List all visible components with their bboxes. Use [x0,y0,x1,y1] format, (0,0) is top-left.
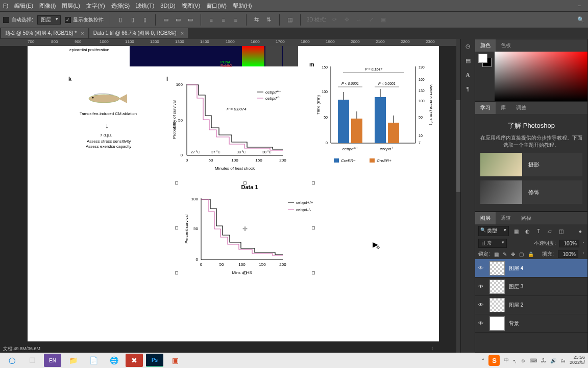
emoji-icon[interactable]: ☺ [521,358,526,363]
distribute-h-icon[interactable]: ≡ [207,16,215,24]
battery-icon[interactable]: 🗂 [560,358,566,363]
auto-select-checkbox[interactable]: 自动选择: [3,16,33,24]
canvas-area[interactable]: 700 800 900 1000 1100 1200 1300 1400 150… [0,39,460,353]
opacity-chevron-icon[interactable]: ˅ [582,241,584,246]
menu-edit[interactable]: 编辑(E) [14,2,33,10]
layer-row[interactable]: 👁 图层 4 [475,259,587,278]
align-left-icon[interactable]: ▯ [116,16,125,24]
collapsed-paragraph-icon[interactable]: ¶ [461,82,475,96]
layer-row[interactable]: 👁 图层 2 [475,296,587,314]
lock-position-icon[interactable]: ✥ [511,251,515,257]
menu-3d[interactable]: 3D(D) [160,3,175,9]
menu-layer[interactable]: 图层(L) [62,2,80,10]
visibility-icon[interactable]: 👁 [478,302,485,308]
close-tab-icon[interactable]: × [181,30,184,36]
adjustments-tab[interactable]: 调整 [511,102,531,114]
doc-tab-1[interactable]: 题-2 @ 50% (图层 4, RGB/16) * × [1,28,88,38]
layer-row[interactable]: 👁 图层 3 [475,278,587,296]
vscroll-track[interactable] [456,39,460,353]
lock-transparency-icon[interactable]: ▦ [494,251,499,257]
filter-smart-icon[interactable]: ◫ [557,227,565,235]
sogou-ime-icon[interactable]: S [488,355,500,366]
task-view-icon[interactable]: ☐ [23,354,41,367]
libraries-tab[interactable]: 库 [496,102,511,114]
keyboard-icon[interactable]: ⌨ [530,358,537,363]
filter-toggle-icon[interactable]: ● [576,227,584,235]
swatches-tab[interactable]: 色板 [496,39,516,52]
doc-tab-2[interactable]: Data 1.tif @ 66.7% (图层 0, RGB/8#) × [89,28,188,38]
channels-tab[interactable]: 通道 [496,212,516,224]
transform-handle[interactable] [175,271,178,274]
menu-type[interactable]: 文字(Y) [86,2,105,10]
close-tab-icon[interactable]: × [81,30,84,36]
distribute-3-icon[interactable]: ≡ [232,16,240,24]
distribute-v-icon[interactable]: ≡ [219,16,228,24]
filter-shape-icon[interactable]: ▱ [546,227,554,235]
align-bottom-icon[interactable]: ▭ [186,16,194,24]
menu-help[interactable]: 帮助(H) [233,2,252,10]
lock-artboard-icon[interactable]: ▢ [519,251,524,257]
filter-kind-dropdown[interactable]: 类型 [478,226,509,236]
network-icon[interactable]: 🖧 [541,358,546,363]
distribute-spacing-v-icon[interactable]: ⇅ [265,16,273,24]
powerpoint-icon[interactable]: ▣ [166,354,184,367]
app-x-icon[interactable]: ✖ [126,354,143,367]
document-canvas[interactable]: epicardial proliferation PCNA Raldh2 k T… [28,46,439,341]
vscroll-thumb[interactable] [456,100,460,192]
search-icon[interactable]: 🔍 [577,16,585,24]
learn-tab[interactable]: 学习 [475,102,496,114]
tray-chevron-icon[interactable]: ˄ [482,358,484,363]
collapsed-char-icon[interactable]: A [461,67,475,82]
menu-file[interactable]: F) [3,3,8,9]
file-explorer-icon[interactable]: 📁 [64,354,82,367]
layer-row[interactable]: 👁 背景 [475,314,587,333]
filter-adjust-icon[interactable]: ◐ [523,227,531,235]
acrobat-icon[interactable]: 📄 [85,354,102,367]
align-right-icon[interactable]: ▯ [141,16,149,24]
ime-chinese-icon[interactable]: 中 [504,357,509,364]
fill-chevron-icon[interactable]: ˅ [582,252,584,257]
status-chevron-icon[interactable]: 〉 [431,346,436,352]
filter-pixel-icon[interactable]: ▦ [512,227,520,235]
blend-mode-dropdown[interactable]: 正常 [478,239,507,248]
auto-select-target-dropdown[interactable]: 图层 [37,15,61,25]
ime-mode-icon[interactable]: •, [513,358,516,363]
color-tab[interactable]: 颜色 [475,39,496,52]
ime-button[interactable]: EN [44,354,61,367]
foreground-color[interactable] [478,54,487,63]
learn-item-photography[interactable]: 摄影 [480,153,582,176]
align-middle-icon[interactable]: ▭ [174,16,182,24]
collapsed-history-icon[interactable]: ◷ [461,39,475,53]
lock-image-icon[interactable]: ✎ [503,251,507,257]
transform-handle[interactable] [175,181,178,185]
color-picker[interactable] [495,52,587,101]
distribute-spacing-h-icon[interactable]: ⇆ [253,16,261,24]
minimize-button[interactable]: − [571,0,588,11]
align-center-h-icon[interactable]: ▯ [129,16,137,24]
collapsed-properties-icon[interactable]: ▤ [461,53,475,67]
menu-image[interactable]: 图像(I) [39,2,56,10]
menu-select[interactable]: 选择(S) [111,2,130,10]
clock[interactable]: 23:56 2022/5/ [570,355,585,365]
paths-tab[interactable]: 路径 [516,212,536,224]
align-to-icon[interactable]: ◫ [286,16,294,24]
show-transform-checkbox[interactable]: ✓ 显示变换控件 [65,16,104,24]
opacity-input[interactable] [559,240,579,247]
align-top-icon[interactable]: ▭ [162,16,170,24]
visibility-icon[interactable]: 👁 [478,320,485,326]
menu-window[interactable]: 窗口(W) [206,2,227,10]
transform-handle[interactable] [175,226,178,229]
start-button[interactable]: ◯ [3,354,20,367]
photoshop-icon[interactable]: Ps [146,354,163,367]
layers-tab[interactable]: 图层 [475,212,496,224]
chrome-icon[interactable]: 🌐 [105,354,122,367]
lock-all-icon[interactable]: 🔒 [528,251,534,257]
fill-input[interactable] [558,250,578,258]
menu-filter[interactable]: 滤镜(T) [136,2,154,10]
visibility-icon[interactable]: 👁 [478,284,485,289]
visibility-icon[interactable]: 👁 [478,265,485,271]
filter-type-icon[interactable]: T [534,227,543,235]
learn-item-retouch[interactable]: 修饰 [480,180,582,204]
menu-view[interactable]: 视图(V) [182,2,201,10]
volume-icon[interactable]: 🔊 [550,358,556,363]
